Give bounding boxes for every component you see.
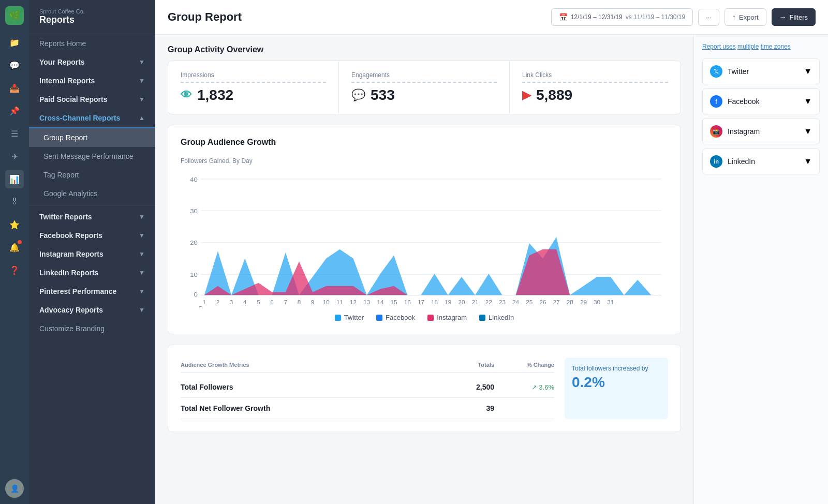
platform-twitter[interactable]: 𝕏 Twitter ▼ [702,58,820,84]
nav-customize-branding[interactable]: Customize Branding [29,319,155,338]
more-options-button[interactable]: ··· [698,9,719,26]
linkedin-platform-icon: in [710,155,722,168]
engagements-icon: 💬 [351,88,365,102]
nav-section-pinterest[interactable]: Pinterest Performance ▼ [29,282,155,301]
twitter-platform-icon: 𝕏 [710,65,722,78]
section-title-activity: Group Activity Overview [168,45,681,54]
svg-text:30: 30 [190,208,198,215]
metrics-row: Impressions 👁 1,832 Engagements 💬 533 [168,61,681,114]
chevron-up-icon: ▲ [139,114,145,122]
svg-text:23: 23 [499,300,506,305]
export-button[interactable]: ↑ Export [724,8,766,26]
facebook-platform-icon: f [710,95,722,108]
nav-icon-notifications[interactable]: 🔔 [5,238,24,257]
nav-section-facebook-reports[interactable]: Facebook Reports ▼ [29,226,155,245]
nav-icon-compose[interactable]: 💬 [5,56,24,75]
svg-text:20: 20 [190,240,198,246]
svg-text:11: 11 [336,300,343,305]
svg-text:1: 1 [203,300,206,305]
nav-section-advocacy[interactable]: Advocacy Reports ▼ [29,301,155,319]
svg-text:17: 17 [418,300,424,305]
svg-text:20: 20 [458,300,465,305]
svg-text:8: 8 [298,300,301,305]
svg-text:14: 14 [377,300,383,305]
nav-section-your-reports[interactable]: Your Reports ▼ [29,53,155,71]
filter-icon: → [779,13,787,21]
svg-text:29: 29 [580,300,587,305]
chevron-down-icon: ▼ [139,96,145,103]
nav-icon-campaigns[interactable]: 🎖 [5,192,24,211]
metric-engagements: Engagements 💬 533 [339,61,510,114]
legend-dot-instagram [427,315,434,321]
chart-legend: Twitter Facebook Instagram LinkedIn [181,314,668,321]
platform-instagram[interactable]: 📸 Instagram ▼ [702,118,820,144]
filters-button[interactable]: → Filters [772,8,816,26]
svg-text:26: 26 [539,300,546,305]
multiple-link[interactable]: multiple [737,43,759,50]
svg-text:18: 18 [431,300,438,305]
svg-text:21: 21 [472,300,479,305]
nav-icon-help[interactable]: ❓ [5,261,24,279]
calendar-icon: 📅 [559,13,568,21]
legend-instagram: Instagram [427,314,467,321]
main-content: Group Report 📅 12/1/19 – 12/31/19 vs 11/… [155,0,828,504]
nav-google-analytics[interactable]: Google Analytics [29,184,155,203]
table-header: Audience Growth Metrics Totals % Change [181,358,554,373]
nav-section-linkedin-reports[interactable]: LinkedIn Reports ▼ [29,263,155,282]
legend-dot-linkedin [479,315,485,321]
app-logo: 🌿 [5,6,24,25]
brand-area: Sprout Coffee Co. Reports [29,0,155,34]
chevron-down-icon: ▼ [804,67,812,76]
chevron-down-icon: ▼ [804,97,812,106]
date-range-button[interactable]: 📅 12/1/19 – 12/31/19 vs 11/1/19 – 11/30/… [551,8,693,26]
nav-icon-tasks[interactable]: ☰ [5,124,24,143]
report-content: Group Activity Overview Impressions 👁 1,… [155,35,693,504]
nav-section-internal-reports[interactable]: Internal Reports ▼ [29,71,155,90]
legend-dot-twitter [335,315,341,321]
metric-link-clicks: Link Clicks ▶ 5,889 [510,61,681,114]
user-avatar[interactable]: 👤 [5,479,24,498]
topbar-actions: 📅 12/1/19 – 12/31/19 vs 11/1/19 – 11/30/… [551,8,816,26]
nav-icon-publish[interactable]: 📌 [5,101,24,120]
audience-growth-card: Group Audience Growth Followers Gained, … [168,125,681,334]
side-info-box: Total followers increased by 0.2% [565,358,668,419]
impressions-icon: 👁 [181,88,192,102]
top-bar: Group Report 📅 12/1/19 – 12/31/19 vs 11/… [155,0,828,35]
chevron-down-icon: ▼ [139,232,145,239]
company-name: Sprout Coffee Co. [39,8,145,14]
nav-sent-message-performance[interactable]: Sent Message Performance [29,147,155,166]
svg-text:2: 2 [216,300,220,305]
svg-text:12: 12 [350,300,357,305]
nav-icon-home[interactable]: 📁 [5,33,24,52]
nav-section-cross-channel[interactable]: Cross-Channel Reports ▲ [29,109,155,128]
svg-text:40: 40 [190,176,198,183]
nav-reports-home[interactable]: Reports Home [29,34,155,53]
chevron-down-icon: ▼ [804,157,812,166]
nav-section-twitter-reports[interactable]: Twitter Reports ▼ [29,207,155,226]
legend-twitter: Twitter [335,314,364,321]
nav-section-instagram-reports[interactable]: Instagram Reports ▼ [29,245,155,263]
platform-linkedin[interactable]: in LinkedIn ▼ [702,149,820,174]
svg-text:Dec: Dec [199,305,210,307]
svg-text:5: 5 [257,300,260,305]
metrics-table: Audience Growth Metrics Totals % Change … [181,358,554,419]
content-area: Group Activity Overview Impressions 👁 1,… [155,35,828,504]
legend-dot-facebook [376,315,382,321]
audience-metrics-card: Audience Growth Metrics Totals % Change … [168,345,681,432]
nav-icon-send[interactable]: ✈ [5,147,24,166]
nav-icon-inbox[interactable]: 📥 [5,79,24,97]
app-title: Reports [39,14,145,25]
svg-text:19: 19 [445,300,451,305]
nav-icon-reports[interactable]: 📊 [5,170,24,188]
svg-text:31: 31 [607,300,614,305]
left-navigation: Sprout Coffee Co. Reports Reports Home Y… [29,0,155,504]
svg-text:3: 3 [230,300,233,305]
platform-facebook[interactable]: f Facebook ▼ [702,88,820,114]
nav-section-paid-social[interactable]: Paid Social Reports ▼ [29,90,155,109]
chevron-down-icon: ▼ [139,250,145,258]
nav-tag-report[interactable]: Tag Report [29,166,155,184]
svg-text:30: 30 [594,300,600,305]
icon-sidebar: 🌿 📁 💬 📥 📌 ☰ ✈ 📊 🎖 ⭐ 🔔 ❓ 👤 [0,0,29,504]
nav-group-report[interactable]: Group Report [29,128,155,147]
nav-icon-star[interactable]: ⭐ [5,215,24,234]
